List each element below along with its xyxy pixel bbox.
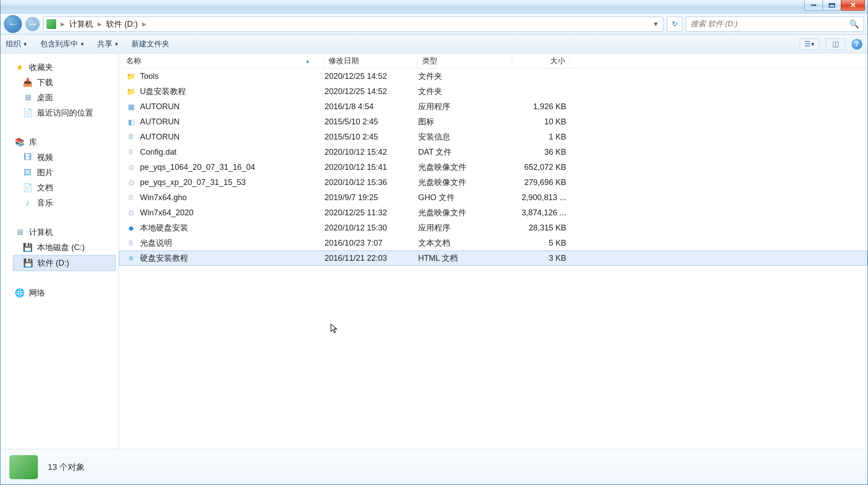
sidebar-label: 文档 xyxy=(37,182,53,193)
search-icon[interactable]: 🔍 xyxy=(849,19,859,29)
file-type: 安装信息 xyxy=(418,132,513,142)
sidebar-downloads[interactable]: 📥下载 xyxy=(13,75,116,90)
file-date: 2020/10/12 15:42 xyxy=(325,148,418,157)
file-row[interactable]: 🗎AUTORUN2015/5/10 2:45安装信息1 KB xyxy=(119,129,868,144)
maximize-icon xyxy=(829,3,835,8)
file-date: 2020/12/25 14:52 xyxy=(325,87,418,96)
view-mode-button[interactable]: ☰ ▼ xyxy=(800,38,819,50)
new-folder-button[interactable]: 新建文件夹 xyxy=(132,39,169,49)
sidebar-libraries[interactable]: 📚库 xyxy=(13,135,116,150)
organize-menu[interactable]: 组织▼ xyxy=(6,39,28,49)
drive-icon: 💾 xyxy=(23,258,33,268)
file-row[interactable]: 🗎Config.dat2020/10/12 15:42DAT 文件36 KB xyxy=(119,144,868,160)
file-date: 2015/5/10 2:45 xyxy=(325,117,418,127)
sidebar-group-network: 🌐网络 xyxy=(13,285,116,300)
file-row[interactable]: ⊙Win7x64_20202020/12/25 11:32光盘映像文件3,874… xyxy=(119,205,868,220)
file-rows: 📁Tools2020/12/25 14:52文件夹📁U盘安装教程2020/12/… xyxy=(119,69,868,266)
file-name-cell: 🗎AUTORUN xyxy=(119,132,325,142)
drive-icon xyxy=(46,19,56,29)
breadcrumb-drive[interactable]: 软件 (D:) xyxy=(104,18,140,30)
file-row[interactable]: ◧AUTORUN2015/5/10 2:45图标10 KB xyxy=(119,114,868,129)
column-label: 类型 xyxy=(422,56,437,66)
file-type-icon: 🗎 xyxy=(127,193,136,202)
network-icon: 🌐 xyxy=(15,288,25,298)
sidebar-drive-d[interactable]: 💾软件 (D:) xyxy=(13,255,116,271)
chevron-right-icon: ▶ xyxy=(142,21,146,27)
music-icon: ♪ xyxy=(23,198,33,208)
file-type: 光盘映像文件 xyxy=(418,207,513,218)
preview-pane-button[interactable]: ◫ xyxy=(826,38,845,50)
file-type-icon: e xyxy=(127,254,136,263)
sidebar-desktop[interactable]: 🖥桌面 xyxy=(13,90,116,105)
document-icon: 📄 xyxy=(23,183,33,193)
file-name-cell: ⊙pe_yqs_xp_20_07_31_15_53 xyxy=(119,178,325,187)
file-type-icon: 🗎 xyxy=(127,238,136,247)
file-type-icon: 🗎 xyxy=(127,132,136,141)
sidebar-drive-c[interactable]: 💾本地磁盘 (C:) xyxy=(13,240,116,255)
sidebar-recent[interactable]: 📄最近访问的位置 xyxy=(13,105,116,120)
file-row[interactable]: 📁Tools2020/12/25 14:52文件夹 xyxy=(119,69,868,84)
column-size[interactable]: 大小 xyxy=(512,53,570,68)
file-row[interactable]: 🗎光盘说明2016/10/23 7:07文本文档5 KB xyxy=(119,235,868,251)
file-date: 2016/1/8 4:54 xyxy=(325,102,418,111)
file-name-cell: ⊙Win7x64_2020 xyxy=(119,208,325,218)
sidebar-favorites[interactable]: ★收藏夹 xyxy=(13,60,116,75)
file-size: 10 KB xyxy=(513,117,571,127)
breadcrumb-computer[interactable]: 计算机 xyxy=(67,18,95,30)
file-name-cell: 🗎光盘说明 xyxy=(119,238,325,248)
file-date: 2020/10/12 15:36 xyxy=(325,178,418,187)
refresh-button[interactable]: ↻ xyxy=(667,16,682,32)
sidebar-label: 软件 (D:) xyxy=(37,258,69,268)
search-box[interactable]: 🔍 xyxy=(686,16,864,32)
file-row[interactable]: 📁U盘安装教程2020/12/25 14:52文件夹 xyxy=(119,84,868,99)
help-button[interactable]: ? xyxy=(852,39,862,49)
share-menu[interactable]: 共享▼ xyxy=(97,39,119,49)
include-library-menu[interactable]: 包含到库中▼ xyxy=(40,39,85,49)
file-row[interactable]: 🗎Win7x64.gho2019/9/7 19:25GHO 文件2,900,81… xyxy=(119,190,868,205)
view-list-icon: ☰ xyxy=(804,40,810,48)
search-input[interactable] xyxy=(691,20,849,29)
sidebar-label: 桌面 xyxy=(37,92,53,103)
file-name: 硬盘安装教程 xyxy=(140,253,188,263)
file-row[interactable]: ◆本地硬盘安装2020/10/12 15:30应用程序28,315 KB xyxy=(119,220,868,235)
file-date: 2020/10/12 15:30 xyxy=(325,223,418,233)
file-size: 652,072 KB xyxy=(513,163,571,172)
sidebar-label: 库 xyxy=(29,137,37,148)
drive-large-icon xyxy=(9,455,38,479)
breadcrumb-dropdown[interactable]: ▾ xyxy=(651,20,660,28)
sidebar-videos[interactable]: 🎞视频 xyxy=(13,150,116,165)
column-name[interactable]: 名称▲ xyxy=(119,53,324,68)
forward-button[interactable]: → xyxy=(25,17,40,31)
file-list[interactable]: 名称▲ 修改日期 类型 大小 📁Tools2020/12/25 14:52文件夹… xyxy=(119,53,868,449)
minimize-button[interactable] xyxy=(804,0,823,11)
file-type-icon: 📁 xyxy=(127,72,136,81)
sidebar-pictures[interactable]: 🖼图片 xyxy=(13,165,116,180)
column-label: 大小 xyxy=(550,56,565,66)
refresh-icon: ↻ xyxy=(672,20,678,28)
column-date[interactable]: 修改日期 xyxy=(324,53,418,68)
sidebar-computer[interactable]: 🖥计算机 xyxy=(13,225,116,240)
breadcrumb[interactable]: ▶ 计算机 ▶ 软件 (D:) ▶ ▾ xyxy=(43,16,663,32)
file-row[interactable]: ▦AUTORUN2016/1/8 4:54应用程序1,926 KB xyxy=(119,99,868,114)
back-button[interactable]: ← xyxy=(4,15,22,33)
file-row[interactable]: ⊙pe_yqs_xp_20_07_31_15_532020/10/12 15:3… xyxy=(119,175,868,190)
column-type[interactable]: 类型 xyxy=(418,53,512,68)
close-button[interactable]: ✕ xyxy=(841,0,865,11)
download-icon: 📥 xyxy=(23,78,33,87)
file-name-cell: 📁U盘安装教程 xyxy=(119,86,325,97)
file-name-cell: ▦AUTORUN xyxy=(119,102,325,111)
file-name: AUTORUN xyxy=(140,117,180,127)
explorer-window: ✕ ← → ▶ 计算机 ▶ 软件 (D:) ▶ ▾ ↻ 🔍 组织▼ 包含到库中▼… xyxy=(0,0,868,485)
sidebar-group-favorites: ★收藏夹 📥下载 🖥桌面 📄最近访问的位置 xyxy=(13,60,116,120)
organize-label: 组织 xyxy=(6,39,21,49)
sidebar-documents[interactable]: 📄文档 xyxy=(13,180,116,195)
status-text: 13 个对象 xyxy=(48,461,85,473)
file-row[interactable]: ⊙pe_yqs_1064_20_07_31_16_042020/10/12 15… xyxy=(119,160,868,175)
file-name: Tools xyxy=(140,72,159,81)
file-row[interactable]: e硬盘安装教程2016/11/21 22:03HTML 文档3 KB xyxy=(119,251,868,266)
file-type-icon: ◧ xyxy=(127,117,136,126)
sidebar-music[interactable]: ♪音乐 xyxy=(13,195,116,210)
maximize-button[interactable] xyxy=(823,0,841,11)
file-name: pe_yqs_xp_20_07_31_15_53 xyxy=(140,178,246,187)
sidebar-network[interactable]: 🌐网络 xyxy=(13,285,116,300)
